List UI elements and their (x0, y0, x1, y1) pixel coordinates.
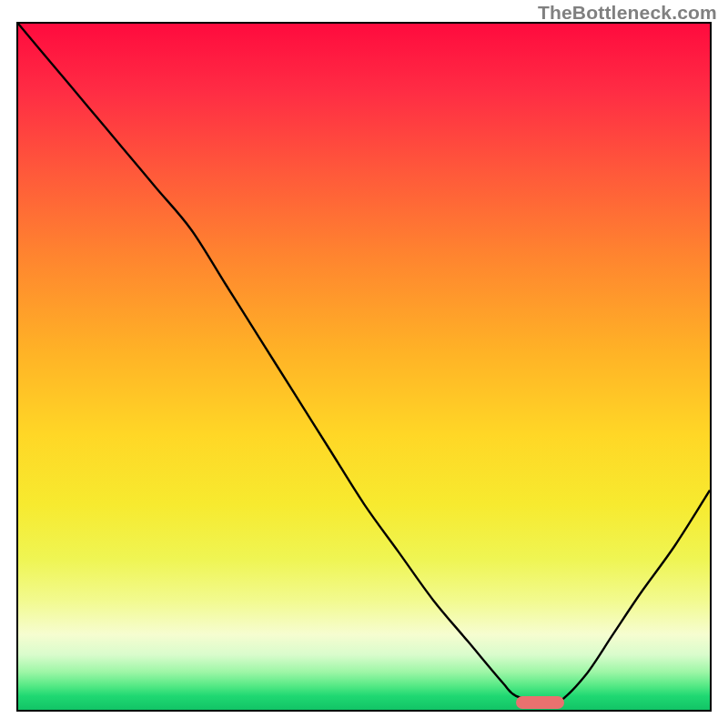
watermark-text: TheBottleneck.com (538, 2, 717, 24)
chart-canvas: TheBottleneck.com (0, 0, 728, 728)
chart-frame (16, 22, 712, 712)
optimal-marker (516, 696, 564, 709)
bottleneck-curve (18, 24, 710, 710)
